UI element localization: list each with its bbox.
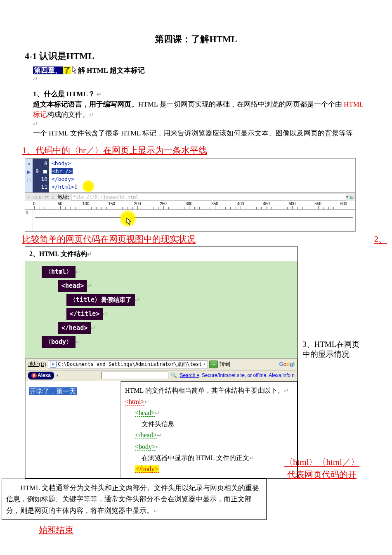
structure-explanation-box: HTML 的文件结构相当简单，其主体结构主要由以下。↵ <html>↵ <hea… — [121, 381, 298, 479]
address-value[interactable]: file:///D|/jcwww/tt.html — [71, 194, 346, 201]
answer-1-text1: HTML 是一切网页实现的基础，在网络中浏览的网页都是一个个由 — [138, 100, 344, 108]
tag-diagram: 〈html〉↵ <head>↵ 〈title〉暑假结束了↵ </title>↵ … — [25, 261, 298, 358]
address-label: 地址(D) — [28, 361, 46, 368]
rendered-hr-line — [35, 217, 353, 218]
side-note-3: 3、HTML在网页中的显示情况 — [302, 339, 367, 360]
code-line-9-selected: <hr /> — [52, 168, 73, 174]
google-logo[interactable]: Googl — [279, 361, 295, 368]
text-caret-icon: I — [75, 184, 77, 190]
structure-title: 2、HTML 文件结构↵ — [25, 247, 298, 261]
final-annotation: 始和结束 — [39, 524, 367, 536]
alexa-search-input[interactable] — [102, 372, 168, 379]
answer-1-bold: 超文本标记语言，用于编写网页。 — [33, 100, 138, 108]
chapter-highlight-yellow: 了 — [63, 66, 71, 74]
dropdown-icon[interactable]: ▾ — [346, 194, 348, 200]
tag-title: 〈title〉暑假结束了 — [66, 294, 135, 306]
para-mark: ↵ — [33, 120, 367, 128]
chapter-rest: 解 HTML 超文本标记 — [78, 66, 145, 74]
annotation-1: 1、代码中的〈hr／〉在网页上显示为一条水平线 — [22, 145, 367, 157]
ie-icon: e — [50, 361, 57, 368]
address-label: 地址: — [58, 194, 69, 201]
fold-icon[interactable]: - — [43, 169, 47, 174]
intro-block: 第四章、了解 HTML 超文本标记 ↵ 1、什么是 HTML？ ↵ 超文本标记语… — [33, 64, 367, 139]
explain-line-1: HTML 的文件结构相当简单，其主体结构主要由以下。↵ — [125, 385, 293, 396]
code-line-11: </html> — [52, 184, 74, 190]
refresh-icon[interactable]: ⊞ — [350, 194, 354, 200]
explain-head-info: 文件头信息 — [142, 418, 293, 429]
nav-icons[interactable]: ◇ ◁ ▷ ⟳ ⌂ — [27, 194, 55, 200]
code-editor-screenshot: ✦▶{} 8 9 - 10 11 <body> <hr /> </body> <… — [25, 158, 356, 232]
annotation-2: 比较简单的网页代码在网页视图中的现实状况 — [22, 233, 367, 245]
annotation-2-number: 2、 — [374, 233, 387, 245]
vertical-ruler: 0 — [25, 210, 33, 231]
page-title: 第四课：了解HTML — [25, 33, 367, 46]
line-number-gutter: 8 9 - 10 11 — [33, 159, 49, 192]
html-structure-figure: 2、HTML 文件结构↵ 〈html〉↵ <head>↵ 〈title〉暑假结束… — [25, 247, 298, 479]
alexa-search-link[interactable]: Search ▾ — [179, 372, 199, 379]
code-line-10: </body> — [52, 175, 353, 183]
section-4-1-heading: 4-1 认识是HTML — [25, 50, 367, 63]
tag-body-open: 〈body〉 — [42, 336, 76, 348]
alexa-badge[interactable]: aAlexa — [28, 372, 54, 379]
tag-html-open: 〈html〉 — [42, 266, 76, 278]
chapter-prefix: 第四章、 — [33, 66, 63, 74]
right-annotation: 〈html〉〈html／〉 代表网页代码的开 — [281, 456, 363, 481]
alexa-info-text: Secure/Intranet site, or offline. Alexa … — [202, 372, 295, 379]
ie-address-bar: 地址(D) e C:\Documents and Settings\Admini… — [25, 358, 298, 370]
dropdown-icon[interactable]: ▾ — [203, 361, 205, 367]
editor-sidebar-icons: ✦▶{} — [25, 159, 33, 192]
explain-body-open: <body> — [135, 443, 156, 451]
rendered-selected-text[interactable]: 开学了，第一天 — [29, 387, 77, 395]
cursor-icon — [126, 217, 132, 225]
alexa-toolbar: aAlexa ▾ 🔍 Search ▾ Secure/Intranet site… — [25, 370, 298, 381]
code-line-8: <body> — [52, 159, 353, 167]
question-1: 1、什么是 HTML？ ↵ — [33, 89, 367, 99]
tag-title-close: </title> — [66, 308, 103, 320]
alexa-a-icon: a — [31, 373, 37, 378]
address-toolbar: ◇ ◁ ▷ ⟳ ⌂ 地址: file:///D|/jcwww/tt.html ▾… — [25, 193, 355, 201]
answer-2: 一个 HTML 文件包含了很多 HTML 标记，用来告诉浏览器应该如何显示文本、… — [33, 128, 367, 139]
tag-head-close: </head> — [58, 322, 91, 334]
para-mark: ↵ — [33, 75, 367, 83]
explain-html-open: <html> — [125, 398, 144, 406]
tag-head-open: <head> — [58, 280, 87, 292]
explain-body-close-highlighted: </body> — [135, 465, 159, 473]
url-input[interactable]: e C:\Documents and Settings\Administrato… — [48, 360, 208, 369]
chapter-line: 第四章、了解 HTML 超文本标记 — [33, 64, 367, 76]
cursor-icon — [71, 66, 78, 74]
search-icon[interactable]: 🔍 — [171, 372, 177, 379]
explain-body-info: 在浏览器中显示的 HTML 文件的正文↵ — [142, 452, 293, 463]
dropdown-icon[interactable]: ▾ — [57, 373, 59, 378]
horizontal-ruler: 050100150200250300350400450500550600 — [25, 201, 355, 209]
url-text: C:\Documents and Settings\Administrator\… — [58, 361, 202, 368]
go-button[interactable]: → — [209, 361, 218, 368]
go-label: 转到 — [220, 361, 230, 368]
answer-1-text2: 构成的文件。 — [47, 111, 89, 119]
explain-head-open: <head> — [135, 409, 155, 417]
preview-pane: 0 — [25, 209, 355, 231]
summary-box: HTML 文档通常分为文件头和正文两部分。文件头用以纪录与网页相关的重要信息，例… — [2, 479, 267, 520]
browser-viewport: 开学了，第一天 — [25, 381, 121, 479]
answer-1: 超文本标记语言，用于编写网页。HTML 是一切网页实现的基础，在网络中浏览的网页… — [33, 99, 367, 120]
explain-head-close: </head> — [135, 432, 157, 439]
